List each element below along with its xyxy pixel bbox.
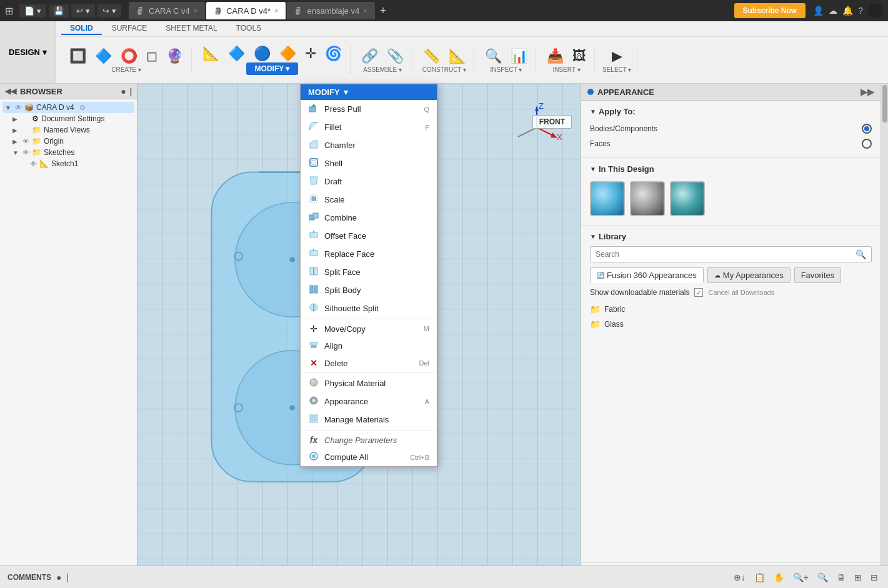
assemble-new-joint-btn[interactable]: 🔗 <box>358 47 381 65</box>
menu-item-manage-materials[interactable]: Manage Materials <box>301 411 437 429</box>
tree-item-named-views[interactable]: ▶ 👁 📁 Named Views <box>2 124 134 136</box>
inspect-analysis-btn[interactable]: 📊 <box>507 47 531 65</box>
radio-faces-circle[interactable] <box>862 139 872 149</box>
radio-bodies-circle[interactable] <box>862 124 872 134</box>
file-menu-button[interactable]: 📄 ▾ <box>19 4 46 17</box>
lib-tab-my-appearances[interactable]: ☁ My Appearances <box>707 267 791 283</box>
modify-dropdown-button[interactable]: MODIFY ▾ <box>246 62 299 75</box>
tree-item-doc-settings[interactable]: ▶ 👁 ⚙ Document Settings <box>2 113 134 124</box>
bottom-tool-navigate[interactable]: ⊕↓ <box>731 571 748 584</box>
create-new-component-btn[interactable]: 🔲 <box>66 47 89 65</box>
menu-item-appearance[interactable]: Appearance A <box>301 392 437 411</box>
tab-solid[interactable]: SOLID <box>61 22 102 35</box>
menu-item-shell[interactable]: Shell <box>301 154 437 172</box>
profile-icon[interactable]: 👤 <box>813 6 824 16</box>
tree-item-origin[interactable]: ▶ 👁 📁 Origin <box>2 136 134 147</box>
app-grid-icon[interactable]: ⊞ <box>5 5 13 17</box>
lib-folder-fabric[interactable]: 📁 Fabric <box>590 302 872 317</box>
modify-combine-btn[interactable]: 🔶 <box>276 45 299 62</box>
menu-item-scale[interactable]: Scale <box>301 191 437 209</box>
menu-item-offset-face[interactable]: Offset Face <box>301 227 437 245</box>
search-icon[interactable]: 🔍 <box>856 249 866 259</box>
tree-item-sketch1[interactable]: ▶ 👁 📐 Sketch1 <box>2 158 134 169</box>
create-revolve-btn[interactable]: ⭕ <box>117 47 141 65</box>
comments-pin-icon[interactable]: ● <box>56 572 61 582</box>
bottom-tool-zoom-in[interactable]: 🔍+ <box>791 571 811 584</box>
help-icon[interactable]: ? <box>858 6 863 16</box>
create-box-btn[interactable]: ◻ <box>143 47 161 65</box>
scrollbar-thumb[interactable] <box>882 85 887 122</box>
menu-item-split-body[interactable]: Split Body <box>301 281 437 299</box>
menu-item-delete[interactable]: ✕ Delete Del <box>301 355 437 371</box>
browser-pin-icon[interactable]: ● <box>121 86 126 96</box>
create-sphere-btn[interactable]: 🔮 <box>163 47 186 65</box>
assemble-joint-origin-btn[interactable]: 📎 <box>384 47 407 65</box>
menu-item-press-pull[interactable]: Press Pull Q <box>301 100 437 118</box>
avatar[interactable] <box>868 3 883 18</box>
appearance-expand-icon[interactable]: ▶▶ <box>861 87 874 97</box>
modify-press-pull-btn[interactable]: 📐 <box>199 45 222 62</box>
tab-cara-c[interactable]: 🗿 CARA C v4 × <box>129 2 205 19</box>
tab-tools[interactable]: TOOLS <box>227 22 270 35</box>
menu-item-align[interactable]: Align <box>301 337 437 355</box>
menu-item-change-parameters[interactable]: fx Change Parameters <box>301 432 437 448</box>
material-thumb-teal[interactable] <box>670 181 705 216</box>
menu-item-compute-all[interactable]: Compute All Ctrl+B <box>301 448 437 466</box>
apply-to-title[interactable]: ▼ Apply To: <box>590 107 872 116</box>
modify-move-btn[interactable]: ✛ <box>302 45 319 62</box>
tree-eye-sketches[interactable]: 👁 <box>22 149 29 156</box>
material-thumb-gray[interactable] <box>630 181 665 216</box>
appearance-panel-scrollbar[interactable] <box>881 84 888 588</box>
show-downloadable-checkbox[interactable] <box>694 288 703 297</box>
tab-ensamblaje-close[interactable]: × <box>363 7 367 14</box>
save-button[interactable]: 💾 <box>49 4 69 17</box>
cancel-downloads-label[interactable]: Cancel all Downloads <box>708 289 774 296</box>
modify-appearance-btn[interactable]: 🌀 <box>322 45 345 62</box>
cloud-icon[interactable]: ☁ <box>829 6 837 16</box>
lib-folder-glass[interactable]: 📁 Glass <box>590 317 872 332</box>
insert-svg-btn[interactable]: 📥 <box>544 47 567 65</box>
in-this-design-title[interactable]: ▼ In This Design <box>590 164 872 174</box>
construct-offset-plane-btn[interactable]: 📏 <box>420 47 443 65</box>
tree-settings-cara-d[interactable]: ⚙ <box>79 104 86 112</box>
new-tab-button[interactable]: + <box>376 4 391 17</box>
library-search-input[interactable] <box>596 250 852 259</box>
bottom-tool-clipboard[interactable]: 📋 <box>752 571 767 584</box>
menu-item-fillet[interactable]: Fillet F <box>301 118 437 136</box>
menu-item-draft[interactable]: Draft <box>301 172 437 191</box>
menu-item-silhouette-split[interactable]: Silhouette Split <box>301 299 437 317</box>
material-thumb-blue[interactable] <box>590 181 625 216</box>
tab-cara-c-close[interactable]: × <box>194 7 197 14</box>
select-btn[interactable]: ▶ <box>609 47 626 65</box>
lib-tab-favorites[interactable]: Favorites <box>794 267 841 283</box>
inspect-measure-btn[interactable]: 🔍 <box>482 47 505 65</box>
tree-eye-cara-d[interactable]: 👁 <box>15 104 22 111</box>
tree-item-cara-d[interactable]: ▼ 👁 📦 CARA D v4 ⚙ <box>2 102 134 113</box>
menu-item-combine[interactable]: Combine <box>301 209 437 227</box>
tab-surface[interactable]: SURFACE <box>103 22 156 35</box>
tab-cara-d[interactable]: 🗿 CARA D v4* × <box>206 2 286 19</box>
create-extrude-btn[interactable]: 🔷 <box>92 47 115 65</box>
lib-tab-fusion360[interactable]: 🔄 Fusion 360 Appearances <box>590 267 704 283</box>
design-menu-button[interactable]: DESIGN ▾ <box>0 21 56 83</box>
redo-button[interactable]: ↪ ▾ <box>97 4 121 17</box>
tab-sheet-metal[interactable]: SHEET METAL <box>157 22 226 35</box>
library-title[interactable]: ▼ Library <box>590 232 872 241</box>
modify-fillet-btn[interactable]: 🔷 <box>225 45 248 62</box>
bottom-tool-zoom[interactable]: 🔍 <box>815 571 831 584</box>
bottom-tool-grid-options[interactable]: ⊟ <box>868 571 881 584</box>
construct-midplane-btn[interactable]: 📐 <box>446 47 469 65</box>
menu-item-move-copy[interactable]: ✛ Move/Copy M <box>301 321 437 337</box>
menu-item-chamfer[interactable]: Chamfer <box>301 136 437 154</box>
menu-item-replace-face[interactable]: Replace Face <box>301 245 437 263</box>
bottom-tool-pan[interactable]: ✋ <box>771 571 787 584</box>
bottom-tool-grid[interactable]: ⊞ <box>852 571 864 584</box>
undo-button[interactable]: ↩ ▾ <box>71 4 95 17</box>
menu-item-physical-material[interactable]: Physical Material <box>301 374 437 392</box>
bottom-tool-display[interactable]: 🖥 <box>834 571 848 584</box>
tree-item-sketches[interactable]: ▼ 👁 📁 Sketches <box>2 147 134 158</box>
menu-item-split-face[interactable]: Split Face <box>301 263 437 281</box>
tree-eye-sketch1[interactable]: 👁 <box>30 160 37 167</box>
browser-collapse-icon[interactable]: | <box>130 87 132 96</box>
tab-ensamblaje[interactable]: 🗿 ensamblaje v4 × <box>287 2 374 19</box>
